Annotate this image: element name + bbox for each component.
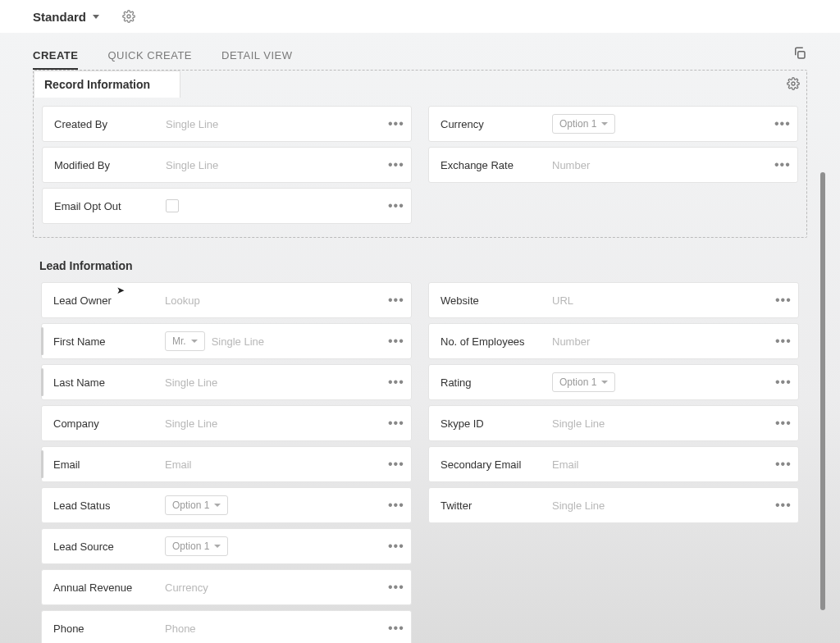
more-icon[interactable]: ••• bbox=[388, 198, 411, 213]
option-select[interactable]: Option 1 bbox=[165, 495, 228, 515]
option-select[interactable]: Option 1 bbox=[552, 114, 615, 134]
field-input[interactable]: Mr.Single Line bbox=[165, 331, 388, 351]
field-label: First Name bbox=[42, 335, 165, 348]
more-icon[interactable]: ••• bbox=[388, 580, 411, 595]
field-input[interactable]: Single Line bbox=[165, 417, 388, 430]
section-lead-information: Lead Information Lead OwnerLookup•••Webs… bbox=[33, 259, 807, 643]
field-label: Exchange Rate bbox=[429, 159, 552, 171]
field-lead-owner[interactable]: Lead OwnerLookup••• bbox=[41, 282, 412, 318]
scrollbar[interactable] bbox=[820, 172, 825, 610]
field-label: No. of Employees bbox=[429, 335, 552, 348]
field-phone[interactable]: PhonePhone••• bbox=[41, 610, 412, 643]
field-twitter[interactable]: TwitterSingle Line••• bbox=[428, 487, 799, 523]
field-secondary-email[interactable]: Secondary EmailEmail••• bbox=[428, 446, 799, 482]
field-label: Lead Owner bbox=[42, 294, 165, 307]
checkbox[interactable] bbox=[166, 199, 179, 212]
gear-icon[interactable] bbox=[122, 10, 135, 23]
field-input[interactable]: Single Line bbox=[552, 417, 775, 430]
more-icon[interactable]: ••• bbox=[774, 116, 797, 131]
placeholder: Single Line bbox=[165, 376, 217, 389]
field-website[interactable]: WebsiteURL••• bbox=[428, 282, 799, 318]
more-icon[interactable]: ••• bbox=[774, 157, 797, 172]
field-email-opt-out[interactable]: Email Opt Out••• bbox=[42, 188, 412, 224]
field-input[interactable]: Currency bbox=[165, 581, 388, 594]
chevron-down-icon bbox=[214, 504, 221, 507]
more-icon[interactable]: ••• bbox=[775, 498, 798, 513]
field-label: Last Name bbox=[42, 376, 165, 389]
field-input[interactable]: Single Line bbox=[165, 376, 388, 389]
field-input[interactable]: Option 1 bbox=[552, 114, 774, 134]
field-input[interactable]: Option 1 bbox=[552, 372, 775, 392]
field-no-of-employees[interactable]: No. of EmployeesNumber••• bbox=[428, 323, 799, 359]
svg-point-2 bbox=[792, 82, 795, 85]
placeholder: Email bbox=[552, 458, 579, 471]
field-annual-revenue[interactable]: Annual RevenueCurrency••• bbox=[41, 569, 412, 605]
option-label: Mr. bbox=[172, 335, 186, 347]
layout-selector[interactable]: Standard bbox=[33, 10, 99, 24]
placeholder: Single Line bbox=[166, 159, 218, 171]
field-input[interactable]: Email bbox=[552, 458, 775, 471]
placeholder: Single Line bbox=[552, 417, 605, 430]
tab-quick-create[interactable]: QUICK CREATE bbox=[107, 49, 192, 70]
chevron-down-icon bbox=[191, 340, 198, 343]
field-last-name[interactable]: Last NameSingle Line••• bbox=[41, 364, 412, 400]
field-first-name[interactable]: First NameMr.Single Line••• bbox=[41, 323, 412, 359]
field-input[interactable]: Number bbox=[552, 159, 774, 171]
main-area: CREATEQUICK CREATEDETAIL VIEW Record Inf… bbox=[0, 33, 840, 643]
field-rating[interactable]: RatingOption 1••• bbox=[428, 364, 799, 400]
more-icon[interactable]: ••• bbox=[388, 293, 411, 308]
field-lead-status[interactable]: Lead StatusOption 1••• bbox=[41, 487, 412, 523]
field-input[interactable]: Single Line bbox=[166, 159, 388, 171]
option-select[interactable]: Option 1 bbox=[552, 372, 615, 392]
more-icon[interactable]: ••• bbox=[775, 293, 798, 308]
field-label: Annual Revenue bbox=[42, 581, 165, 594]
field-email[interactable]: EmailEmail••• bbox=[41, 446, 412, 482]
field-label: Modified By bbox=[43, 159, 166, 171]
field-label: Email Opt Out bbox=[43, 200, 166, 212]
salutation-select[interactable]: Mr. bbox=[165, 331, 205, 351]
copy-icon[interactable] bbox=[792, 46, 807, 61]
field-input[interactable]: URL bbox=[552, 294, 775, 307]
option-select[interactable]: Option 1 bbox=[165, 536, 228, 556]
placeholder: Number bbox=[552, 159, 590, 171]
more-icon[interactable]: ••• bbox=[388, 375, 411, 390]
svg-point-0 bbox=[127, 15, 130, 18]
field-input[interactable]: Email bbox=[165, 458, 388, 471]
field-input[interactable]: Number bbox=[552, 335, 775, 348]
more-icon[interactable]: ••• bbox=[388, 116, 411, 131]
more-icon[interactable]: ••• bbox=[388, 457, 411, 472]
more-icon[interactable]: ••• bbox=[775, 416, 798, 431]
field-lead-source[interactable]: Lead SourceOption 1••• bbox=[41, 528, 412, 564]
option-label: Option 1 bbox=[172, 499, 209, 511]
more-icon[interactable]: ••• bbox=[388, 416, 411, 431]
more-icon[interactable]: ••• bbox=[775, 457, 798, 472]
placeholder: Number bbox=[552, 335, 590, 348]
field-input[interactable]: Option 1 bbox=[165, 536, 388, 556]
field-company[interactable]: CompanySingle Line••• bbox=[41, 405, 412, 441]
field-modified-by[interactable]: Modified BySingle Line••• bbox=[42, 147, 412, 183]
field-input[interactable]: Phone bbox=[165, 622, 388, 635]
more-icon[interactable]: ••• bbox=[388, 334, 411, 349]
tab-detail-view[interactable]: DETAIL VIEW bbox=[221, 49, 292, 70]
section-record-information: Record Information Created BySingle Line… bbox=[33, 70, 807, 238]
field-input[interactable]: Single Line bbox=[166, 118, 388, 130]
more-icon[interactable]: ••• bbox=[388, 157, 411, 172]
field-input[interactable]: Single Line bbox=[552, 499, 775, 512]
more-icon[interactable]: ••• bbox=[775, 334, 798, 349]
more-icon[interactable]: ••• bbox=[775, 375, 798, 390]
field-exchange-rate[interactable]: Exchange RateNumber••• bbox=[428, 147, 798, 183]
gear-icon[interactable] bbox=[787, 77, 800, 90]
field-input[interactable]: Lookup bbox=[165, 294, 388, 307]
more-icon[interactable]: ••• bbox=[388, 498, 411, 513]
field-created-by[interactable]: Created BySingle Line••• bbox=[42, 106, 412, 142]
field-input[interactable] bbox=[166, 199, 388, 212]
more-icon[interactable]: ••• bbox=[388, 539, 411, 554]
field-label: Lead Source bbox=[42, 540, 165, 553]
field-skype-id[interactable]: Skype IDSingle Line••• bbox=[428, 405, 799, 441]
more-icon[interactable]: ••• bbox=[388, 621, 411, 636]
field-input[interactable]: Option 1 bbox=[165, 495, 388, 515]
field-currency[interactable]: CurrencyOption 1••• bbox=[428, 106, 798, 142]
field-label: Email bbox=[42, 458, 165, 471]
tab-create[interactable]: CREATE bbox=[33, 49, 78, 70]
layout-name: Standard bbox=[33, 10, 86, 24]
